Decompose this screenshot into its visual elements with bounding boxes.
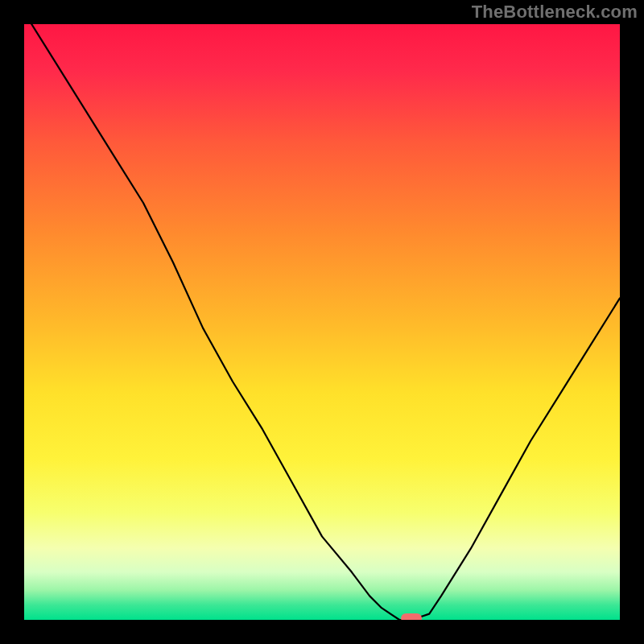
chart-container: TheBottleneck.com xyxy=(0,0,644,644)
optimal-marker xyxy=(401,613,422,620)
bottleneck-chart xyxy=(24,24,620,620)
watermark-text: TheBottleneck.com xyxy=(472,2,638,23)
plot-frame xyxy=(24,24,620,620)
gradient-background xyxy=(24,24,620,620)
